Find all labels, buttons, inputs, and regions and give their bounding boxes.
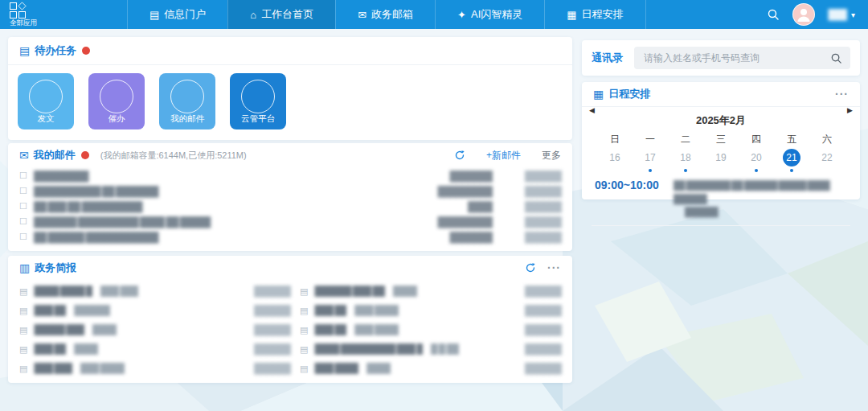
mail-date: ██████ <box>506 186 561 197</box>
refresh-icon[interactable] <box>525 262 536 273</box>
schedule-event[interactable]: 09:00~10:00 ██ ████████ ██ ██████ █████ … <box>592 179 850 226</box>
briefing-row-date: ██████ <box>254 324 290 335</box>
mail-row[interactable]: ☐ █████████ ███████ ██████ <box>19 168 561 183</box>
contacts-panel: 通讯录 <box>582 40 860 76</box>
todo-tile[interactable]: 我的邮件 <box>159 73 215 129</box>
briefing-row-date: ██████ <box>254 305 290 316</box>
briefing-row[interactable]: ▤ ████ █████████ ███ █ █ █ ██ ██████ <box>300 339 561 359</box>
topbar: 全部应用 ▤ 信息门户 ⌂ 工作台首页 ✉ 政务邮箱 ✦ AI闪智精灵 ▦ 日程… <box>0 0 868 29</box>
info-portal-icon: ▤ <box>149 9 159 21</box>
briefing-row[interactable]: ▤ ███ ██ ████ ██████ <box>19 339 290 359</box>
todo-header: ▤ 待办任务 <box>8 37 572 65</box>
logo-diamond <box>18 2 26 10</box>
user-menu[interactable]: ███ ▾ <box>828 9 855 20</box>
nav-item-label: 工作台首页 <box>261 7 313 22</box>
mail-sender: ████ <box>468 201 492 212</box>
briefing-title: 政务简报 <box>35 261 76 275</box>
mail-row[interactable]: ☐ ██ ███ ██ ██████████ ████ ██████ <box>19 199 561 214</box>
briefing-row-doc-icon: ▤ <box>19 306 27 316</box>
mail-actions: +新邮件 更多 <box>454 149 561 162</box>
mail-row-checkbox-icon: ☐ <box>19 201 27 212</box>
mail-sender: █████████ <box>437 216 492 228</box>
calendar-icon: ▦ <box>567 9 576 21</box>
briefing-row-title: ████ ████ █ <box>34 286 92 297</box>
briefing-row-date: ██████ <box>525 324 561 335</box>
tile-circle-icon <box>241 80 275 113</box>
app-launcher[interactable]: 全部应用 <box>0 0 127 29</box>
mail-more-link[interactable]: 更多 <box>542 149 561 162</box>
calendar-day-cell[interactable]: 一 17 <box>638 133 662 172</box>
calendar-day-cell[interactable]: 三 19 <box>709 133 733 172</box>
nav-info-portal[interactable]: ▤ 信息门户 <box>127 0 227 29</box>
briefing-row[interactable]: ▤ ███ ██ ███ ████ ██████ <box>300 301 561 320</box>
avatar[interactable] <box>792 3 815 26</box>
calendar-day-cell[interactable]: 二 18 <box>674 133 698 172</box>
search-icon[interactable] <box>830 52 842 64</box>
mail-subject: ███████ ██████████ ████ ██ █████ <box>34 216 210 228</box>
tile-circle-icon <box>170 80 204 113</box>
mail-sender: █████████ <box>437 186 492 197</box>
todo-tile[interactable]: 云管平台 <box>230 73 286 129</box>
calendar-day-cell[interactable]: 六 22 <box>815 133 839 172</box>
tile-circle-icon <box>29 80 63 113</box>
calendar-prev-arrow[interactable]: ◀ <box>589 106 595 114</box>
new-mail-button[interactable]: +新邮件 <box>486 149 521 162</box>
tile-label: 云管平台 <box>230 113 286 125</box>
chevron-down-icon: ▾ <box>851 10 855 19</box>
todo-panel: ▤ 待办任务 发文 催办 我的邮件 云管平台 <box>8 37 572 140</box>
weekday-label: 一 <box>645 133 655 146</box>
topbar-right: ███ ▾ <box>767 0 868 29</box>
briefing-row[interactable]: ▤ ███ ███ ███ ████ ██████ <box>19 359 290 378</box>
mail-row[interactable]: ☐ ███████████ ██ ███████ █████████ █████… <box>19 183 561 199</box>
weekday-label: 四 <box>751 133 761 146</box>
briefing-row-title: ███ ██ <box>34 343 66 355</box>
briefing-row[interactable]: ▤ ██████ ███ ██ ████ ██████ <box>300 282 561 301</box>
nav-workbench-home[interactable]: ⌂ 工作台首页 <box>227 0 335 29</box>
mail-row[interactable]: ☐ ███████ ██████████ ████ ██ █████ █████… <box>19 214 561 229</box>
weekday-label: 二 <box>681 133 690 146</box>
briefing-row-doc-icon: ▤ <box>19 325 27 335</box>
calendar-day-cell[interactable]: 四 20 <box>744 133 768 172</box>
briefing-row-doc-icon: ▤ <box>300 364 308 374</box>
briefing-row-source: ███ ███ <box>100 286 138 297</box>
calendar-days: 日 16 一 17 二 18 三 19 四 20 五 21 六 22 <box>603 133 839 172</box>
briefing-row[interactable]: ▤ ███ ██ ███ ████ ██████ <box>300 320 561 339</box>
briefing-row-title: █████ ███ <box>34 324 84 335</box>
todo-tile[interactable]: 催办 <box>88 73 145 129</box>
mail-title: 我的邮件 <box>34 148 76 162</box>
nav-ai-assistant[interactable]: ✦ AI闪智精灵 <box>435 0 544 29</box>
calendar-day-cell[interactable]: 日 16 <box>603 133 627 172</box>
app-launcher-label: 全部应用 <box>10 19 37 27</box>
briefing-row-title: ███ ██ <box>34 305 66 316</box>
weekday-label: 三 <box>716 133 726 146</box>
mail-panel: ✉ 我的邮件 (我的邮箱容量:6144M,已使用:5211M) +新邮件 更多 … <box>8 143 572 251</box>
briefing-row-date: ██████ <box>254 363 290 374</box>
briefing-row-date: ██████ <box>254 286 290 297</box>
briefing-row-title: ███ ███ <box>34 363 72 374</box>
briefing-row[interactable]: ▤ ███ ██ ██████ ██████ <box>19 301 290 320</box>
briefing-row-doc-icon: ▤ <box>19 286 27 297</box>
calendar-day-cell[interactable]: 五 21 <box>780 133 804 172</box>
nav-schedule[interactable]: ▦ 日程安排 <box>544 0 645 29</box>
event-line1: ██ ████████ ██ ██████ █████ ████ ██████ <box>674 180 829 203</box>
more-icon[interactable]: ··· <box>547 261 561 274</box>
mail-row[interactable]: ☐ ██ ██████ ████████████ ███████ ██████ <box>19 229 561 245</box>
app-grid-icon <box>10 2 26 18</box>
calendar-next-arrow[interactable]: ▶ <box>847 106 853 114</box>
mail-date: ██████ <box>506 171 561 182</box>
contacts-search-input[interactable] <box>642 51 830 64</box>
briefing-row[interactable]: ▤ █████ ███ ████ ██████ <box>19 320 290 339</box>
event-dot <box>684 169 687 172</box>
nav-item-label: 政务邮箱 <box>371 7 413 22</box>
briefing-row-doc-icon: ▤ <box>19 344 27 355</box>
search-icon[interactable] <box>767 8 780 21</box>
date-number: 21 <box>783 149 800 166</box>
event-dot <box>755 169 758 172</box>
todo-tile[interactable]: 发文 <box>18 73 74 129</box>
more-icon[interactable]: ··· <box>835 88 849 101</box>
refresh-icon[interactable] <box>454 150 465 161</box>
briefing-row[interactable]: ▤ ███ ████ ████ ██████ <box>300 359 561 378</box>
mail-date: ██████ <box>506 201 561 212</box>
nav-gov-mailbox[interactable]: ✉ 政务邮箱 <box>335 0 435 29</box>
briefing-row[interactable]: ▤ ████ ████ █ ███ ███ ██████ <box>19 282 290 301</box>
